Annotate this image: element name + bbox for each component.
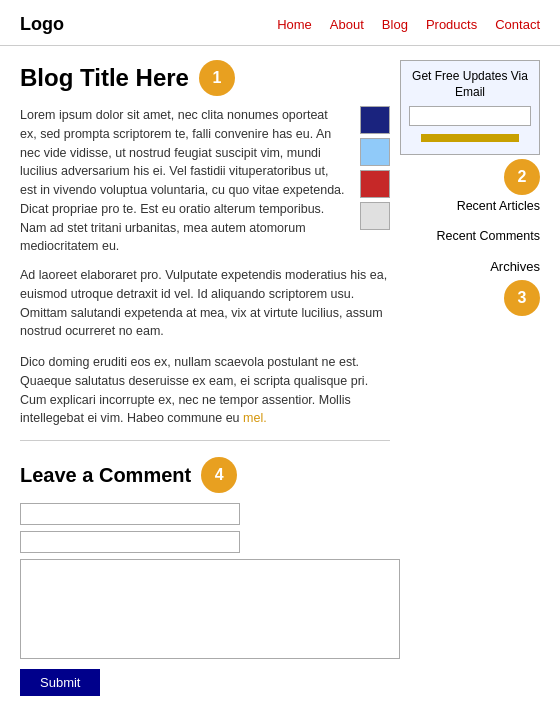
archives-label: Archives: [400, 259, 540, 274]
swatch-1[interactable]: [360, 106, 390, 134]
comment-email-input[interactable]: [20, 531, 240, 553]
article-1-text: Lorem ipsum dolor sit amet, nec clita no…: [20, 106, 346, 256]
comment-name-input[interactable]: [20, 503, 240, 525]
badge-3-row: 3: [400, 280, 540, 316]
nav: Home About Blog Products Contact: [277, 17, 540, 32]
main-content: Blog Title Here 1 Lorem ipsum dolor sit …: [0, 46, 560, 708]
comment-section: Leave a Comment 4 Submit: [20, 457, 390, 706]
divider: [20, 440, 390, 441]
badge-4: 4: [201, 457, 237, 493]
submit-button[interactable]: Submit: [20, 669, 100, 696]
article-2-text: Ad laoreet elaboraret pro. Vulputate exp…: [20, 266, 390, 341]
article-3-link[interactable]: mel.: [243, 411, 267, 425]
comment-title: Leave a Comment: [20, 464, 191, 487]
email-widget-input[interactable]: [409, 106, 531, 126]
comment-textarea[interactable]: [20, 559, 400, 659]
nav-products[interactable]: Products: [426, 17, 477, 32]
nav-home[interactable]: Home: [277, 17, 312, 32]
recent-articles-label: Recent Articles: [400, 199, 540, 213]
archives-widget: Archives 3: [400, 259, 540, 316]
right-column: Get Free Updates Via Email 2 Recent Arti…: [400, 60, 540, 706]
email-submit-button[interactable]: [421, 134, 519, 142]
email-box: Get Free Updates Via Email: [400, 60, 540, 155]
logo: Logo: [20, 14, 64, 35]
badge-3: 3: [504, 280, 540, 316]
email-widget: Get Free Updates Via Email 2 Recent Arti…: [400, 60, 540, 213]
recent-comments-label: Recent Comments: [400, 229, 540, 243]
badge-2: 2: [504, 159, 540, 195]
nav-contact[interactable]: Contact: [495, 17, 540, 32]
left-column: Blog Title Here 1 Lorem ipsum dolor sit …: [20, 60, 390, 706]
article-2-block: Ad laoreet elaboraret pro. Vulputate exp…: [20, 266, 390, 341]
article-1-row: Lorem ipsum dolor sit amet, nec clita no…: [20, 106, 390, 256]
swatch-3[interactable]: [360, 170, 390, 198]
badge-1: 1: [199, 60, 235, 96]
blog-title: Blog Title Here: [20, 64, 189, 92]
email-widget-title: Get Free Updates Via Email: [409, 69, 531, 100]
swatch-2[interactable]: [360, 138, 390, 166]
badge-2-row: 2: [400, 159, 540, 195]
recent-comments-widget: Recent Comments: [400, 229, 540, 243]
header: Logo Home About Blog Products Contact: [0, 0, 560, 46]
swatch-4[interactable]: [360, 202, 390, 230]
article-3-text: Dico doming eruditi eos ex, nullam scaev…: [20, 353, 390, 428]
article-3-block: Dico doming eruditi eos ex, nullam scaev…: [20, 353, 390, 428]
nav-about[interactable]: About: [330, 17, 364, 32]
comment-title-row: Leave a Comment 4: [20, 457, 390, 493]
color-swatches: [360, 106, 390, 256]
nav-blog[interactable]: Blog: [382, 17, 408, 32]
blog-title-row: Blog Title Here 1: [20, 60, 390, 96]
